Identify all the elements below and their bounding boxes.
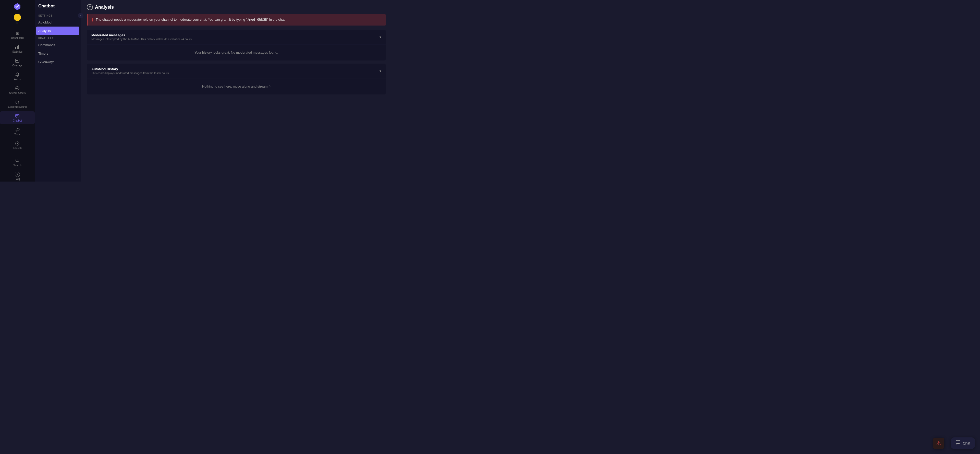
middle-item-commands[interactable]: Commands xyxy=(35,41,81,49)
svg-rect-0 xyxy=(15,47,16,49)
sidebar-bottom: Search ? FAQ Language Profile xyxy=(0,152,35,182)
middle-item-timers[interactable]: Timers xyxy=(35,49,81,58)
sidebar-label-faq: FAQ xyxy=(15,178,20,180)
live-count: 0 xyxy=(17,21,18,24)
moderated-messages-title: Moderated messages xyxy=(91,33,192,37)
warning-command: /mod OWN3D xyxy=(247,18,267,21)
sidebar-label-dashboard: Dashboard xyxy=(11,37,24,39)
sidebar-item-alerts[interactable]: Alerts xyxy=(0,70,35,83)
content-area: Moderated messages Messages intercepted … xyxy=(81,30,392,182)
moderated-messages-chevron: ▾ xyxy=(380,35,381,39)
collapse-button[interactable]: ‹ xyxy=(78,13,83,18)
sidebar-item-dashboard[interactable]: ⊞ Dashboard xyxy=(0,29,35,41)
faq-icon: ? xyxy=(15,172,20,177)
search-icon xyxy=(15,158,20,163)
middle-item-analysis[interactable]: Analysis xyxy=(36,27,79,35)
automod-history-header[interactable]: AutoMod History This chart displays mode… xyxy=(87,64,386,78)
sidebar-nav: ⊞ Dashboard Statistics Overlays Alerts xyxy=(0,29,35,152)
svg-point-9 xyxy=(17,115,18,116)
sidebar-item-tools[interactable]: Tools xyxy=(0,125,35,138)
overlays-icon xyxy=(15,58,20,63)
moderated-messages-subtitle: Messages intercepted by the AutoMod. Thi… xyxy=(91,38,192,41)
sidebar-item-stream-assets[interactable]: Stream Assets xyxy=(0,84,35,97)
alerts-icon xyxy=(15,72,20,77)
live-dot xyxy=(14,14,21,21)
middle-item-giveaways[interactable]: Giveaways xyxy=(35,58,81,66)
sidebar-label-stream-assets: Stream Assets xyxy=(9,92,25,94)
warning-text: The chatbot needs a moderator role on yo… xyxy=(96,18,286,22)
svg-point-5 xyxy=(17,76,18,76)
sidebar-label-tools: Tools xyxy=(14,133,20,136)
middle-panel: Chatbot SETTINGS AutoMod Analysis FEATUR… xyxy=(35,0,81,182)
sidebar-label-tutorials: Tutorials xyxy=(13,147,22,150)
sidebar-label-alerts: Alerts xyxy=(14,78,21,81)
sidebar-label-overlays: Overlays xyxy=(12,64,22,67)
page-title: Analysis xyxy=(95,5,114,10)
moderated-messages-empty: Your history looks great. No moderated m… xyxy=(91,48,381,56)
moderated-messages-card: Moderated messages Messages intercepted … xyxy=(87,30,386,61)
automod-history-title: AutoMod History xyxy=(91,67,169,71)
live-indicator: 0 xyxy=(14,14,21,24)
sidebar-label-statistics: Statistics xyxy=(12,50,22,53)
left-sidebar: 0 ⊞ Dashboard Statistics Overlays Alerts xyxy=(0,0,35,182)
svg-rect-1 xyxy=(17,46,18,49)
svg-rect-4 xyxy=(16,60,18,61)
warning-icon: ℹ xyxy=(92,18,93,22)
middle-panel-title: Chatbot xyxy=(35,3,81,12)
sidebar-label-chatbot: Chatbot xyxy=(13,119,22,122)
moderated-messages-body: Your history looks great. No moderated m… xyxy=(87,44,386,61)
stream-assets-icon xyxy=(15,86,20,91)
sidebar-label-search: Search xyxy=(13,164,21,167)
sidebar-item-chatbot[interactable]: Chatbot xyxy=(0,112,35,124)
sidebar-item-faq[interactable]: ? FAQ xyxy=(0,170,35,182)
middle-item-automod[interactable]: AutoMod xyxy=(35,18,81,27)
svg-point-8 xyxy=(16,115,17,116)
svg-point-6 xyxy=(16,86,19,90)
automod-history-chevron: ▾ xyxy=(380,69,381,73)
svg-rect-2 xyxy=(18,45,19,49)
sidebar-item-statistics[interactable]: Statistics xyxy=(0,42,35,55)
automod-history-empty: Nothing to see here, move along and stre… xyxy=(91,83,381,91)
epidemic-sound-icon xyxy=(15,100,20,105)
automod-history-subtitle: This chart displays moderated messages f… xyxy=(91,72,169,75)
automod-history-body: Nothing to see here, move along and stre… xyxy=(87,78,386,94)
sidebar-item-epidemic-sound[interactable]: Epidemic Sound xyxy=(0,97,35,110)
sidebar-label-epidemic-sound: Epidemic Sound xyxy=(8,105,27,108)
sidebar-item-tutorials[interactable]: Tutorials xyxy=(0,139,35,152)
main-content: ? Analysis ℹ The chatbot needs a moderat… xyxy=(81,0,392,182)
dashboard-icon: ⊞ xyxy=(15,31,20,36)
sidebar-item-search[interactable]: Search xyxy=(0,156,35,169)
sidebar-item-overlays[interactable]: Overlays xyxy=(0,56,35,69)
chatbot-icon xyxy=(15,113,20,118)
warning-banner: ℹ The chatbot needs a moderator role on … xyxy=(87,14,386,25)
settings-section-label: SETTINGS xyxy=(35,12,81,18)
main-header: ? Analysis xyxy=(81,0,392,14)
statistics-icon xyxy=(15,45,20,49)
tutorials-icon xyxy=(15,141,20,146)
features-section-label: FEATURES xyxy=(35,35,81,41)
svg-point-10 xyxy=(18,115,18,116)
tools-icon xyxy=(15,127,20,132)
app-logo[interactable] xyxy=(12,3,22,11)
analysis-header-icon: ? xyxy=(87,4,93,10)
moderated-messages-header[interactable]: Moderated messages Messages intercepted … xyxy=(87,30,386,44)
automod-history-card: AutoMod History This chart displays mode… xyxy=(87,64,386,94)
